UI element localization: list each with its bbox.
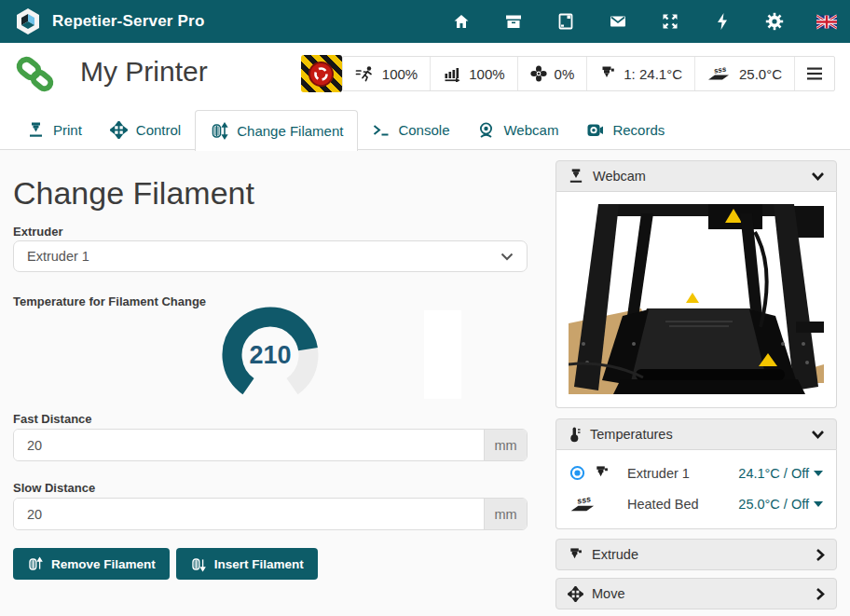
tab-console[interactable]: Console [358, 110, 463, 150]
fast-distance-group: mm [13, 429, 528, 461]
expand-arrows-icon[interactable] [660, 11, 680, 32]
bed-row-name: Heated Bed [627, 497, 699, 512]
extruder-temp-status[interactable]: 1: 24.1°C [586, 57, 694, 90]
printer-tabs: Print Control Change Filament Console We… [13, 110, 679, 150]
tab-change-filament-label: Change Filament [237, 123, 343, 139]
hamburger-menu-icon [807, 67, 822, 80]
insert-filament-label: Insert Filament [214, 557, 304, 571]
tab-control[interactable]: Control [96, 110, 195, 150]
slow-distance-label: Slow Distance [13, 481, 95, 495]
extruder-temp-value: 1: 24.1°C [624, 66, 682, 82]
extruder-select-value: Extruder 1 [27, 249, 89, 264]
remove-filament-button[interactable]: Remove Filament [13, 548, 170, 580]
chevron-down-icon [811, 430, 825, 439]
tab-control-label: Control [136, 122, 181, 138]
extruder-temp-row: Extruder 1 24.1°C / Off [556, 458, 836, 487]
bed-temp-status[interactable]: sss 25.0°C [694, 57, 794, 90]
extruder-temp-reading: 24.1°C / Off [738, 466, 809, 481]
bed-row-icons: sss [569, 495, 618, 513]
remove-filament-label: Remove Filament [51, 557, 156, 571]
extruder-row-icons [569, 465, 618, 481]
extruder-row-name: Extruder 1 [627, 466, 690, 481]
top-nav-icons [451, 0, 837, 43]
speed-status[interactable]: 100% [343, 57, 430, 90]
emergency-stop-button[interactable] [301, 55, 342, 92]
filament-down-icon [190, 556, 206, 572]
heated-bed-temp-row: sss Heated Bed 25.0°C / Off [556, 487, 836, 520]
temperatures-panel-header[interactable]: Temperatures [555, 418, 837, 450]
extruder-nozzle-icon [568, 547, 583, 563]
printer-status-bar: 100% 100% 0% 1: 24.1°C sss 25.0°C [301, 55, 835, 92]
repetier-logo-icon[interactable] [13, 7, 43, 36]
power-bolt-icon[interactable] [712, 11, 733, 32]
webcam-stream-image[interactable] [569, 204, 824, 394]
language-flag-icon[interactable] [816, 11, 837, 32]
emergency-stop-reset-icon [308, 62, 334, 87]
temperature-label: Temperature for Filament Change [13, 294, 206, 308]
speed-value: 100% [382, 66, 418, 82]
slow-distance-unit: mm [484, 499, 527, 529]
extruder-select[interactable]: Extruder 1 [13, 240, 528, 272]
bed-temp-dropdown[interactable]: 25.0°C / Off [738, 497, 823, 512]
temperatures-panel-title: Temperatures [590, 427, 673, 442]
svg-text:sss: sss [713, 65, 727, 75]
tab-webcam-label: Webcam [503, 122, 558, 138]
slow-distance-group: mm [13, 498, 528, 530]
active-target-icon[interactable] [569, 465, 585, 481]
thermometer-icon [568, 426, 582, 443]
repetier-server-page: Repetier-Server Pro [0, 0, 850, 616]
extrude-panel-header[interactable]: Extrude [555, 539, 837, 570]
chevron-down-icon [500, 253, 514, 261]
extruder-nozzle-icon [599, 65, 616, 82]
settings-gear-icon[interactable] [764, 11, 785, 32]
insert-filament-button[interactable]: Insert Filament [176, 548, 318, 580]
temperature-gauge[interactable]: 210 [219, 304, 322, 406]
extruder-nozzle-icon [594, 465, 610, 481]
print-icon [27, 121, 45, 139]
model-box-icon[interactable] [555, 11, 576, 32]
caret-down-icon [814, 501, 823, 507]
page-title: Change Filament [13, 175, 254, 212]
messages-icon[interactable] [608, 11, 628, 32]
extruder-label: Extruder [13, 225, 62, 239]
fast-distance-unit: mm [484, 430, 527, 460]
archive-box-icon[interactable] [503, 11, 524, 32]
move-panel-title: Move [592, 586, 624, 601]
extruder-temp-dropdown[interactable]: 24.1°C / Off [738, 466, 823, 481]
extrude-panel-title: Extrude [592, 547, 638, 562]
home-icon[interactable] [451, 11, 472, 32]
printer-name-title: My Printer [80, 56, 208, 88]
move-arrows-icon [568, 586, 583, 602]
chevron-right-icon [816, 587, 825, 601]
brand-title: Repetier-Server Pro [52, 12, 204, 31]
top-navigation-bar: Repetier-Server Pro [0, 0, 850, 43]
tab-webcam[interactable]: Webcam [463, 110, 572, 150]
heated-bed-icon: sss [707, 65, 732, 82]
status-segments: 100% 100% 0% 1: 24.1°C sss 25.0°C [342, 56, 835, 91]
gauge-edit-box[interactable] [424, 310, 461, 399]
fan-icon [530, 65, 547, 82]
fan-value: 0% [555, 66, 575, 82]
records-camera-icon [586, 121, 604, 139]
slow-distance-input[interactable] [14, 499, 484, 529]
printer-nozzle-icon [568, 168, 584, 185]
flow-status[interactable]: 100% [430, 57, 516, 90]
tab-print[interactable]: Print [13, 110, 96, 150]
tab-change-filament[interactable]: Change Filament [195, 110, 358, 151]
tab-console-label: Console [398, 122, 449, 138]
control-move-icon [110, 121, 128, 139]
printer-menu-button[interactable] [794, 57, 834, 90]
tab-records[interactable]: Records [572, 110, 679, 150]
chevron-down-icon [811, 171, 825, 181]
webcam-panel-title: Webcam [593, 169, 646, 184]
flow-bars-icon [443, 65, 461, 82]
svg-text:sss: sss [576, 495, 591, 506]
fast-distance-input[interactable] [14, 430, 484, 460]
fan-status[interactable]: 0% [517, 57, 587, 90]
speed-runner-icon [355, 65, 375, 82]
webcam-panel-header[interactable]: Webcam [555, 160, 837, 192]
webcam-icon [477, 121, 495, 139]
gauge-value-text: 210 [249, 341, 291, 369]
move-panel-header[interactable]: Move [555, 578, 837, 609]
chevron-right-icon [816, 548, 825, 562]
